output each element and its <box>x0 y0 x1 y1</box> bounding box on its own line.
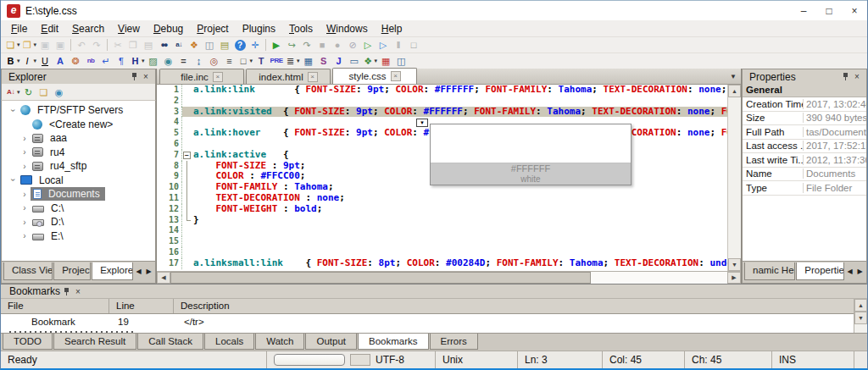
code-templates-icon[interactable]: ▤ <box>217 38 232 52</box>
code-line[interactable]: 2 <box>157 96 727 107</box>
script-icon[interactable]: S <box>316 54 331 69</box>
bookmarks-column-file[interactable]: File <box>1 299 109 313</box>
dropdown-arrow-icon[interactable]: ▾ <box>142 54 145 68</box>
maximize-button[interactable]: □ <box>816 1 842 21</box>
network-icon[interactable]: ◉ <box>52 85 67 99</box>
expander-icon[interactable]: › <box>19 134 31 143</box>
code-line[interactable]: 17a.linksmall:link { FONT-SIZE: 8pt; COL… <box>157 258 727 269</box>
tab-scroll-left-icon[interactable]: ◀ <box>134 266 143 277</box>
tree-item--create-new-[interactable]: <Create new> <box>2 118 155 132</box>
paste-icon[interactable]: ▤ <box>141 38 156 52</box>
align-lines-icon[interactable]: ≡ <box>222 54 237 69</box>
menu-item-plugins[interactable]: Plugins <box>236 21 282 36</box>
refresh-icon[interactable]: ↻ <box>21 85 36 99</box>
dropdown-arrow-icon[interactable]: ▾ <box>17 86 20 99</box>
scroll-right-icon[interactable]: ▶ <box>727 272 741 284</box>
fold-column[interactable] <box>182 215 192 226</box>
property-row[interactable]: Creation Time2017, 13:02:46 <box>743 97 866 112</box>
dropdown-arrow-icon[interactable]: ▾ <box>375 54 378 68</box>
step-into-icon[interactable]: ↪ <box>284 38 299 52</box>
tree-item-documents[interactable]: ›Documents <box>2 187 155 202</box>
run-icon[interactable]: ▶ <box>269 38 284 52</box>
replace-in-files-icon[interactable]: ❖ <box>186 38 202 52</box>
property-row[interactable]: TypeFile Folder <box>743 181 866 196</box>
fold-column[interactable]: − <box>182 150 192 161</box>
stop-debug-icon[interactable]: ■ <box>314 38 330 52</box>
tab-overflow-icon[interactable]: ▼ <box>727 73 739 80</box>
split-view-icon[interactable]: ◫ <box>202 38 217 52</box>
fullscreen-icon[interactable]: ✛ <box>248 38 263 52</box>
fold-column[interactable] <box>182 161 192 172</box>
code-line[interactable]: 3a.link:visited { FONT-SIZE: 9pt; COLOR:… <box>157 107 727 118</box>
list-icon[interactable]: ≣▾ <box>284 54 301 69</box>
tab-scroll-left-icon[interactable]: ◀ <box>845 266 854 277</box>
menu-item-search[interactable]: Search <box>65 21 111 36</box>
table-icon[interactable]: ▦ <box>301 54 316 69</box>
dock-tab-locals[interactable]: Locals <box>204 334 254 350</box>
tree-item-ru4-sftp[interactable]: ›ru4_sftp <box>2 159 155 174</box>
dock-tab-watch[interactable]: Watch <box>255 334 304 350</box>
tab-properties[interactable]: Properties <box>796 262 844 280</box>
dropdown-arrow-icon[interactable]: ▾ <box>17 54 20 68</box>
hotspot-icon[interactable]: ▦ <box>378 54 393 69</box>
bookmarks-vertical-scrollbar[interactable]: ▲ ▼ <box>854 299 867 333</box>
cut-icon[interactable]: ✂ <box>110 38 125 52</box>
properties-section-general[interactable]: General <box>743 84 866 97</box>
expander-icon[interactable]: › <box>19 231 31 240</box>
target-icon[interactable]: ◎ <box>207 54 222 69</box>
folder-sync-icon[interactable]: ❏ <box>36 85 52 99</box>
insert-object-icon[interactable]: ❖▾ <box>362 54 379 69</box>
expander-icon[interactable]: › <box>19 147 31 157</box>
image-icon[interactable]: ▨ <box>146 54 161 69</box>
document-tab-file-inc[interactable]: file.inc× <box>159 69 244 84</box>
dropdown-arrow-icon[interactable]: ▾ <box>17 38 20 52</box>
div-container-icon[interactable]: □▾ <box>237 54 254 69</box>
tab-class-view[interactable]: Class View <box>3 262 53 280</box>
hscroll-track[interactable] <box>591 272 727 284</box>
pin-button[interactable] <box>60 286 72 297</box>
clear-breakpoints-icon[interactable]: ⊘ <box>345 38 360 52</box>
document-tab-index-html[interactable]: index.html× <box>246 69 331 84</box>
javascript-icon[interactable]: J <box>331 54 347 69</box>
tab-project[interactable]: Project <box>53 262 91 280</box>
menu-item-help[interactable]: Help <box>375 21 409 36</box>
editor-horizontal-scrollbar[interactable]: ◀ ▶ <box>157 271 741 284</box>
copy-icon[interactable]: ❐ <box>125 38 141 52</box>
bold-icon[interactable]: B▾ <box>4 54 21 69</box>
new-file-icon[interactable]: ❏▾ <box>4 38 21 52</box>
menu-item-view[interactable]: View <box>111 21 147 36</box>
bookmarks-column-line[interactable]: Line <box>109 299 174 313</box>
color-dropdown-icon[interactable]: ▼ <box>416 119 428 127</box>
scroll-down-icon[interactable]: ▼ <box>854 312 867 324</box>
dock-tab-call-stack[interactable]: Call Stack <box>137 334 203 350</box>
image-map-icon[interactable]: ◉ <box>161 54 176 69</box>
tree-item-e-[interactable]: ›E:\ <box>2 229 155 244</box>
redo-icon[interactable]: ↷ <box>89 38 104 52</box>
help-icon[interactable]: ? <box>232 38 248 52</box>
frames-icon[interactable]: ◫ <box>393 54 409 69</box>
tree-item-local[interactable]: ›Local <box>2 174 155 188</box>
close-icon[interactable]: × <box>391 71 401 81</box>
dock-tab-search-result[interactable]: Search Result <box>53 334 136 350</box>
code-line[interactable]: 11 TEXT-DECORATION : none; <box>157 193 727 204</box>
document-tab-style-css[interactable]: style.css× <box>332 68 417 84</box>
menu-item-file[interactable]: File <box>4 21 34 36</box>
close-icon[interactable]: × <box>213 72 223 82</box>
close-icon[interactable]: × <box>851 71 863 82</box>
menu-item-edit[interactable]: Edit <box>34 21 65 36</box>
fold-column[interactable] <box>182 171 192 182</box>
sort-az-icon[interactable]: A↓▾ <box>4 85 21 99</box>
tree-item-c-[interactable]: ›C:\ <box>2 202 155 216</box>
close-icon[interactable]: × <box>308 72 318 82</box>
expander-icon[interactable]: › <box>19 162 31 171</box>
nbsp-icon[interactable]: nb <box>83 54 98 69</box>
minimize-button[interactable]: – <box>791 1 816 21</box>
code-line[interactable]: 1a.link:link { FONT-SIZE: 9pt; COLOR: #F… <box>157 85 727 96</box>
scroll-down-icon[interactable]: ▼ <box>728 258 741 271</box>
scroll-up-icon[interactable]: ▲ <box>728 85 741 97</box>
tree-item-ftp-sftp-servers[interactable]: ›FTP/SFTP Servers <box>2 103 155 118</box>
expander-icon[interactable]: › <box>8 104 18 116</box>
stop-icon[interactable]: □ <box>406 38 421 52</box>
pin-button[interactable] <box>839 71 851 82</box>
tree-item-d-[interactable]: ›D:\ <box>2 215 155 229</box>
